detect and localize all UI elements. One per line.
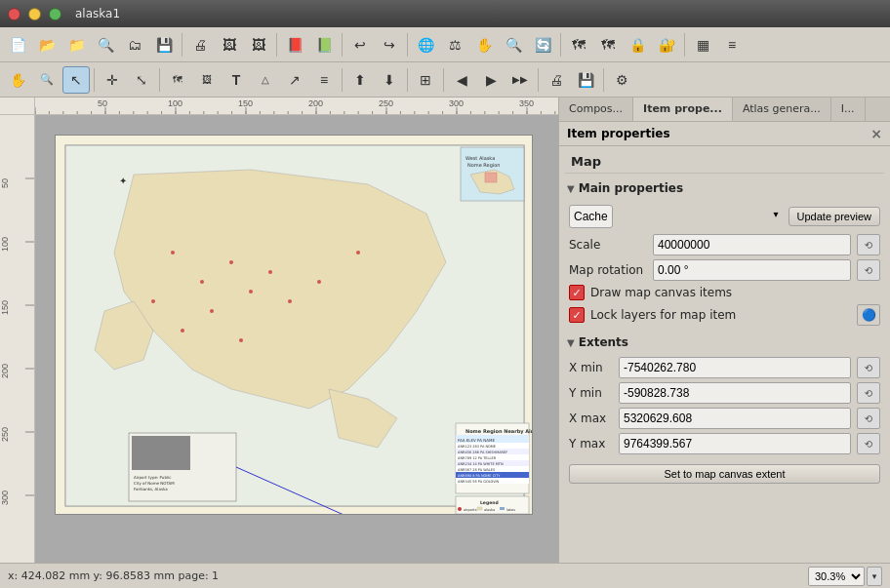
ymax-input[interactable] [619, 433, 851, 454]
open2-button[interactable]: 📁 [62, 31, 90, 59]
zoom-button[interactable]: 🔍 [500, 31, 527, 59]
zoom-tool[interactable]: 🔍 [33, 66, 61, 94]
pdf2-button[interactable]: 📗 [310, 31, 338, 59]
scale-row: Scale ⟲ [569, 234, 880, 255]
add-table-button[interactable]: ≡ [310, 66, 338, 94]
close-btn[interactable] [8, 8, 20, 20]
separator [684, 33, 685, 57]
svg-text:ANR789 12  PA TELLER: ANR789 12 PA TELLER [458, 456, 497, 460]
draw-canvas-label: Draw map canvas items [590, 286, 732, 299]
more-button[interactable]: ≡ [718, 31, 746, 59]
hand-tool[interactable]: ✋ [4, 66, 31, 94]
cache-row: Cache Update preview [569, 205, 880, 228]
lower-button[interactable]: ⬇ [376, 66, 403, 94]
separator [538, 68, 539, 92]
svg-point-4 [200, 280, 204, 284]
separator [182, 33, 182, 57]
move-tool[interactable]: ✛ [99, 66, 126, 94]
extents-arrow-icon: ▼ [567, 337, 575, 348]
globe-button[interactable]: 🌐 [412, 31, 439, 59]
resize-tool[interactable]: ⤡ [128, 66, 155, 94]
find-button[interactable]: 🔍 [92, 31, 119, 59]
main-properties-section[interactable]: ▼ Main properties [565, 177, 884, 199]
add-map-button[interactable]: 🗺 [164, 66, 191, 94]
next-button[interactable]: ▶ [477, 66, 505, 94]
atlas2-button[interactable]: 🗺 [594, 31, 622, 59]
xmin-action-button[interactable]: ⟲ [857, 357, 880, 378]
separator [94, 68, 95, 92]
xmax-input[interactable] [619, 408, 851, 429]
rotation-action-button[interactable]: ⟲ [857, 259, 880, 281]
rotation-input[interactable] [653, 259, 851, 281]
cache-select[interactable]: Cache [569, 205, 613, 228]
pan-button[interactable]: ✋ [470, 31, 498, 59]
settings-button[interactable]: ⚙ [608, 66, 635, 94]
canvas-area[interactable]: West Alaska Nome Region Airport type: Pu… [35, 115, 558, 563]
next-nav-button[interactable]: ▶▶ [506, 66, 534, 94]
image-button[interactable]: 🖼 [216, 31, 243, 59]
ymin-input[interactable] [619, 382, 851, 404]
open-button[interactable]: 📂 [33, 31, 61, 59]
tab-composition[interactable]: Compos... [559, 98, 633, 121]
zoom-dropdown-button[interactable]: ▾ [867, 567, 882, 586]
add-image-button[interactable]: 🖼 [193, 66, 221, 94]
panel-button[interactable]: ▦ [689, 31, 716, 59]
new-button[interactable]: 📄 [4, 31, 31, 59]
lock-layers-checkbox[interactable]: ✓ [569, 307, 585, 323]
ruler-vertical [0, 115, 35, 563]
separator [603, 68, 604, 92]
pdf-button[interactable]: 📕 [281, 31, 308, 59]
group-align-button[interactable]: ⊞ [412, 66, 439, 94]
extents-section[interactable]: ▼ Extents [565, 332, 884, 353]
add-text-button[interactable]: T [222, 66, 250, 94]
draw-canvas-checkbox[interactable]: ✓ [569, 285, 585, 300]
atlas1-button[interactable]: 🗺 [565, 31, 592, 59]
xmax-row: X max ⟲ [569, 408, 880, 429]
lock-layers-button[interactable]: 🔵 [857, 304, 880, 326]
select-tool[interactable]: ↖ [62, 66, 90, 94]
xmin-input[interactable] [619, 357, 851, 378]
print-button[interactable]: 🖨 [186, 31, 214, 59]
zoom-select[interactable]: 30.3%25%50%75%100%150%200% [808, 567, 865, 586]
lock-button[interactable]: 🔒 [624, 31, 651, 59]
panel-header: Item properties × [559, 122, 890, 146]
toolbar-main: 📄 📂 📁 🔍 🗂 💾 🖨 🖼 🖼 📕 📗 ↩ ↪ 🌐 ⚖ ✋ 🔍 🔄 🗺 🗺 … [0, 27, 890, 62]
xmax-action-button[interactable]: ⟲ [857, 408, 880, 429]
export-button[interactable]: 💾 [572, 66, 599, 94]
print2-button[interactable]: 🖨 [543, 66, 570, 94]
image2-button[interactable]: 🖼 [245, 31, 272, 59]
redo-button[interactable]: ↪ [376, 31, 403, 59]
scale-action-button[interactable]: ⟲ [857, 234, 880, 255]
xmin-label: X min [569, 361, 613, 374]
scale-button[interactable]: ⚖ [441, 31, 468, 59]
separator [342, 33, 343, 57]
ymax-action-button[interactable]: ⟲ [857, 433, 880, 454]
raise-button[interactable]: ⬆ [346, 66, 374, 94]
add-arrow-button[interactable]: ↗ [281, 66, 308, 94]
update-preview-button[interactable]: Update preview [789, 207, 880, 226]
svg-text:Airport type: Public: Airport type: Public [134, 475, 171, 480]
minimize-btn[interactable] [28, 8, 41, 20]
svg-text:ANR567 28  PA WALES: ANR567 28 PA WALES [458, 468, 496, 472]
main-properties-title: Main properties [579, 181, 683, 195]
tab-item-properties[interactable]: Item prope... [633, 98, 733, 121]
set-extent-button[interactable]: Set to map canvas extent [569, 464, 880, 484]
ymin-action-button[interactable]: ⟲ [857, 382, 880, 404]
undo-button[interactable]: ↩ [346, 31, 374, 59]
panel-content[interactable]: Map ▼ Main properties Cache Update previ… [559, 146, 890, 563]
svg-text:Nome Region: Nome Region [467, 162, 500, 169]
folder2-button[interactable]: 🗂 [121, 31, 148, 59]
maximize-btn[interactable] [49, 8, 61, 20]
tab-more[interactable]: I... [831, 98, 866, 121]
map-section-label: Map [565, 150, 884, 174]
ymax-row: Y max ⟲ [569, 433, 880, 454]
lock2-button[interactable]: 🔐 [653, 31, 680, 59]
scale-input[interactable] [653, 234, 851, 255]
tab-atlas[interactable]: Atlas genera... [733, 98, 831, 121]
refresh-button[interactable]: 🔄 [529, 31, 556, 59]
save-button[interactable]: 💾 [150, 31, 178, 59]
prev-button[interactable]: ◀ [448, 66, 475, 94]
scale-label: Scale [569, 238, 647, 252]
add-shape-button[interactable]: △ [252, 66, 279, 94]
panel-close-button[interactable]: × [870, 126, 882, 141]
